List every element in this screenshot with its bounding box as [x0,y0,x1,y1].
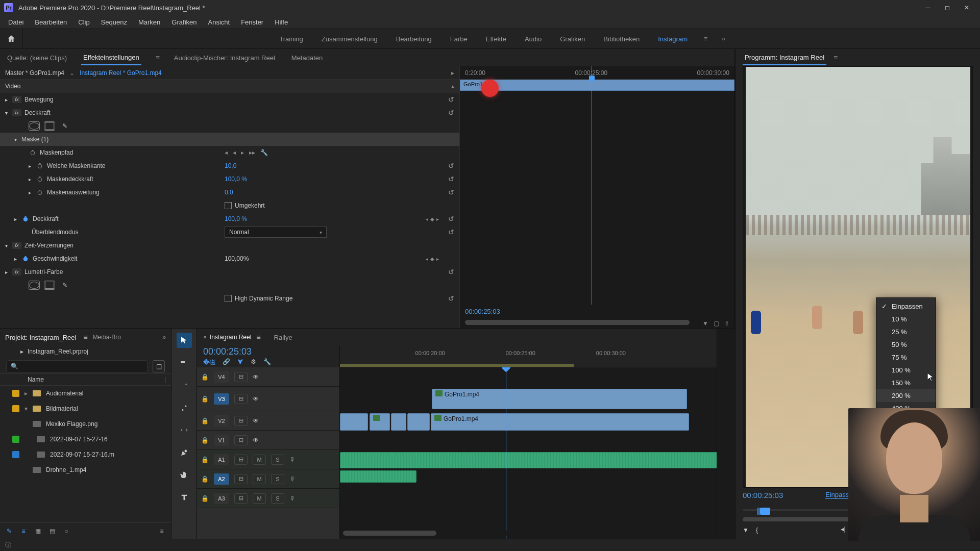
reset-icon[interactable]: ↺ [448,268,454,276]
razor-tool[interactable] [177,400,192,415]
twist-icon[interactable]: ▸ [29,190,36,195]
twist-icon[interactable]: ▸ [24,390,28,397]
prev-kf-icon[interactable]: ◂ [426,216,428,222]
column-name[interactable]: Name [28,376,44,383]
settings-icon[interactable]: ⚙ [251,358,256,367]
sync-lock-icon[interactable]: ⊟ [234,455,248,465]
minimize-button[interactable]: ─ [919,1,937,15]
label-color-chip[interactable] [12,405,19,412]
timeline-tab-active[interactable]: ×Instagram Reel≡ [203,333,261,341]
snap-icon[interactable]: �磁 [203,358,215,367]
eye-icon[interactable]: 👁 [253,417,259,424]
workspace-libraries[interactable]: Bibliotheken [594,30,649,48]
effect-motion[interactable]: Bewegung [24,96,54,103]
reset-icon[interactable]: ↺ [448,162,454,170]
clip-v2-b[interactable] [370,413,390,431]
add-kf-icon[interactable]: ◆ [430,256,434,262]
slip-tool[interactable] [177,422,192,438]
menu-graphics[interactable]: Grafiken [166,16,202,28]
eye-icon[interactable]: 👁 [253,437,259,444]
mask-pen-button[interactable]: ✎ [59,121,70,131]
label-color-chip[interactable] [12,436,19,443]
workspace-audio[interactable]: Audio [516,30,551,48]
solo-button[interactable]: S [271,493,284,504]
panel-menu-icon[interactable]: ≡ [156,54,160,62]
bin-bildmaterial[interactable]: ▾ Bildmaterial [0,401,171,416]
home-button[interactable] [0,29,22,49]
mask-ellipse-button[interactable] [29,281,40,290]
zoom-option-50[interactable]: 50 % [876,338,936,351]
hand-tool[interactable] [177,467,192,483]
ec-playhead[interactable] [592,66,592,305]
workspace-instagram[interactable]: Instagram [649,30,697,48]
menu-clip[interactable]: Clip [73,16,94,28]
mask-rect-button[interactable] [44,281,55,290]
mask-play-fwd-icon[interactable]: ▸ [241,149,244,156]
next-kf-icon[interactable]: ▸ [436,216,439,222]
track-v1[interactable]: V1 [214,435,229,446]
panel-menu-icon[interactable]: ≡ [256,333,260,341]
freeform-view-icon[interactable]: ▤ [48,527,56,535]
mute-button[interactable]: M [253,474,266,484]
fx-badge-icon[interactable]: fx [12,109,21,116]
reset-icon[interactable]: ↺ [448,294,454,303]
track-a1[interactable]: A1 [214,454,229,465]
track-select-tool[interactable] [177,355,192,370]
reset-icon[interactable]: ↺ [448,188,454,196]
panel-menu-icon[interactable]: ≡ [834,54,838,62]
project-item-rec2[interactable]: 2022-09-07 15-27-16.m [0,447,171,462]
zoom-option-25[interactable]: 25 % [876,325,936,338]
panel-menu-icon[interactable]: ≡ [83,333,87,341]
export-frame-icon[interactable]: ▢ [714,320,719,327]
mask-ellipse-button[interactable] [29,121,40,131]
clip-gopro1-v3[interactable]: GoPro1.mp4 [432,389,687,409]
fx-badge-icon[interactable]: fx [12,96,21,103]
sync-lock-icon[interactable]: ⊟ [234,435,248,445]
ec-horizontal-scrollbar[interactable] [465,320,690,325]
prev-kf-icon[interactable]: ◂ [426,256,428,262]
tab-media-browser[interactable]: Media-Bro [93,334,121,341]
lock-icon[interactable]: 🔒 [201,495,209,502]
type-tool[interactable] [177,490,192,505]
mic-icon[interactable]: 🎙 [289,495,296,502]
project-search-input[interactable]: 🔍 [6,360,148,372]
menu-file[interactable]: Datei [3,16,29,28]
track-a3[interactable]: A3 [214,493,229,504]
workspace-effects[interactable]: Effekte [477,30,516,48]
zoom-option-75[interactable]: 75 % [876,351,936,364]
reset-icon[interactable]: ↺ [448,228,454,236]
zoom-slider-icon[interactable]: ○ [62,527,70,535]
fx-badge-icon[interactable]: fx [12,268,21,276]
stopwatch-icon[interactable] [36,162,44,170]
lock-icon[interactable]: 🔒 [201,456,209,463]
timeline-ruler[interactable]: 00:00:20:00 00:00:25:00 00:00:30:00 [340,346,717,367]
blend-mode-dropdown[interactable]: Normal [225,227,327,238]
mute-button[interactable]: M [253,455,266,465]
workspace-color[interactable]: Farbe [441,30,477,48]
eye-icon[interactable]: 👁 [253,395,259,403]
clip-v2-a[interactable] [340,413,368,431]
wrench-icon[interactable]: 🔧 [263,358,271,367]
mask-pen-button[interactable]: ✎ [59,281,70,290]
zoom-option-fit[interactable]: Einpassen [876,300,936,313]
sync-lock-icon[interactable]: ⊟ [234,474,248,484]
menu-edit[interactable]: Bearbeiten [30,16,72,28]
track-v3[interactable]: V3 [214,393,229,405]
track-a2[interactable]: A2 [214,473,229,485]
mask-wrench-icon[interactable]: 🔧 [260,149,268,156]
twist-icon[interactable]: ▾ [5,243,12,248]
twist-icon[interactable]: ▸ [5,269,12,275]
stopwatch-icon[interactable] [36,188,44,196]
list-view-icon[interactable]: ≡ [19,527,28,535]
solo-button[interactable]: S [271,474,284,484]
project-item-drohne[interactable]: Drohne_1.mp4 [0,462,171,478]
workspace-overflow-icon[interactable]: » [715,30,732,47]
maximize-button[interactable]: ◻ [938,1,957,15]
audio-clip-a1[interactable] [340,452,717,468]
label-color-chip[interactable] [12,390,19,397]
filter-icon[interactable]: ▼ [702,320,708,327]
ec-timecode[interactable]: 00:00:25:03 [460,305,734,318]
pen-tool[interactable] [177,445,192,460]
tab-metadata[interactable]: Metadaten [289,51,325,65]
tab-program[interactable]: Programm: Instagram Reel [743,51,826,65]
